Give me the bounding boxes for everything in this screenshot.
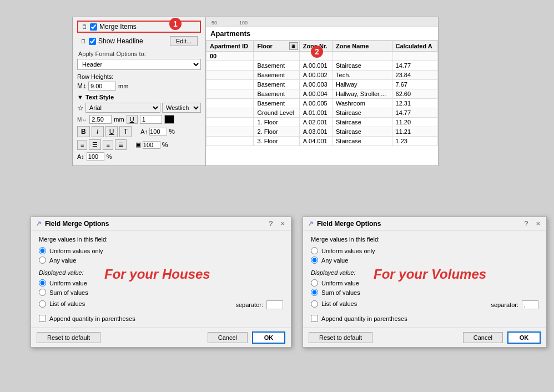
table-cell (207, 71, 254, 80)
separator-label-right: separator: (491, 301, 518, 308)
radio-uniform-only-right-label: Uniform values only (321, 248, 375, 254)
apply-dropdown[interactable]: Header (77, 59, 201, 70)
merge-items-label: Merge Items (99, 23, 137, 31)
row-heights-input[interactable] (88, 82, 116, 91)
edit-button[interactable]: Edit... (170, 36, 198, 46)
reset-button-left[interactable]: Reset to default (37, 332, 100, 343)
data-table: Apartment ID Floor ⊞ Zone Nr. Zone Name … (206, 41, 438, 146)
radio-list-right-input[interactable] (311, 300, 318, 308)
separator-row-left: separator: (235, 300, 283, 309)
table-cell: 7.67 (392, 80, 437, 89)
dialog-left-display-options: Uniform value Sum of values List of valu… (39, 279, 283, 309)
radio-any-value-left[interactable]: Any value (39, 257, 283, 264)
table-cell: 14.77 (392, 61, 437, 71)
radio-any-value-left-input[interactable] (39, 257, 46, 264)
col-floor: Floor ⊞ (254, 41, 299, 52)
append-checkbox-left[interactable] (39, 315, 46, 322)
radio-uniform-only-right-input[interactable] (311, 247, 318, 254)
dialog-left: ↗ Field Merge Options ? × Merge values i… (31, 217, 291, 348)
radio-uniform-only-right[interactable]: Uniform values only (311, 247, 538, 254)
floor-sort-icon[interactable]: ⊞ (289, 42, 298, 50)
table-cell: Basement (254, 71, 299, 80)
spin-input[interactable] (140, 115, 162, 124)
table-row: 3. FloorA.04.001Staircase1.23 (207, 137, 438, 146)
merge-items-row: 🗒 Merge Items (77, 21, 201, 33)
radio-uniform-val-right-input[interactable] (311, 279, 318, 287)
ruler-mark-50: 50 (211, 20, 217, 26)
radio-sum-left-input[interactable] (39, 289, 46, 296)
row-height-icon: Μ↕ (77, 82, 86, 90)
radio-sum-left[interactable]: Sum of values (39, 289, 283, 296)
table-cell: Staircase (333, 137, 392, 146)
table-cell: A.00.005 (299, 99, 332, 108)
dialog-left-title-left: ↗ Field Merge Options (36, 219, 109, 228)
merge-items-checkbox[interactable] (90, 23, 97, 31)
reset-button-right[interactable]: Reset to default (309, 332, 372, 343)
cancel-button-left[interactable]: Cancel (208, 332, 248, 343)
badge-2: 2 (311, 46, 323, 58)
dialog-left-close-button[interactable]: × (279, 219, 286, 228)
cancel-button-right[interactable]: Cancel (463, 332, 503, 343)
scale-row: A↕ % (77, 152, 201, 161)
radio-list-right-label: List of values (321, 300, 357, 307)
page-icon: 🗒 (82, 23, 88, 30)
scale-a-icon: A↕ (77, 153, 84, 160)
strikethrough-button[interactable]: T (119, 126, 132, 137)
radio-list-left-input[interactable] (39, 300, 46, 308)
size-row: Μ↔ mm U (77, 115, 201, 124)
dialog-left-help-button[interactable]: ? (267, 219, 274, 228)
radio-uniform-val-right-label: Uniform value (321, 280, 359, 287)
font-size-input[interactable] (89, 115, 112, 124)
table-row: BasementA.00.001Staircase14.77 (207, 61, 438, 71)
scale-v-input[interactable] (143, 141, 160, 149)
dialog-right-close-button[interactable]: × (534, 219, 542, 228)
dialog-right-title-left: ↗ Field Merge Options (308, 219, 381, 228)
radio-uniform-only-left-input[interactable] (39, 247, 46, 254)
dialog-right-title-right: ? × (522, 219, 542, 228)
table-cell: Staircase (333, 108, 392, 118)
font-row: ☆ Arial Westlich (77, 103, 201, 113)
radio-uniform-val-left-input[interactable] (39, 279, 46, 287)
encoding-select[interactable]: Westlich (162, 103, 201, 113)
underline-style-btn[interactable]: U (127, 115, 138, 124)
dialog-left-title: Field Merge Options (45, 220, 109, 228)
font-select[interactable]: Arial (85, 103, 160, 113)
star-icon: ☆ (77, 104, 84, 112)
ruler: 50 100 (206, 17, 438, 27)
radio-list-right[interactable]: List of values (311, 300, 357, 308)
separator-input-left[interactable] (266, 300, 283, 309)
table-row: Ground LevelA.01.001Staircase14.77 (207, 108, 438, 118)
scale-up-icon: A↑ (140, 128, 148, 135)
radio-any-value-right-input[interactable] (311, 257, 318, 264)
align-justify-button[interactable]: ≣ (115, 139, 127, 150)
append-checkbox-right[interactable] (311, 315, 318, 322)
dialog-left-icon: ↗ (36, 219, 42, 228)
bold-button[interactable]: B (77, 126, 90, 137)
dialog-right-title: Field Merge Options (317, 220, 381, 228)
show-headline-checkbox[interactable] (89, 38, 96, 45)
scale-h-input[interactable] (149, 128, 167, 135)
radio-uniform-only-left[interactable]: Uniform values only (39, 247, 283, 254)
radio-sum-right[interactable]: Sum of values (311, 289, 538, 296)
align-right-button[interactable]: ≡ (103, 140, 113, 150)
col-zone-name: Zone Name (333, 41, 392, 52)
separator-label-left: separator: (235, 301, 263, 308)
table-title: Apartments (210, 29, 250, 38)
dialog-right-icon: ↗ (308, 219, 314, 228)
ok-button-left[interactable]: OK (252, 331, 285, 344)
radio-sum-right-input[interactable] (311, 289, 318, 296)
table-cell: Basement (254, 99, 299, 108)
align-left-button[interactable]: ≡ (77, 140, 87, 150)
radio-list-left[interactable]: List of values (39, 300, 85, 308)
separator-input-right[interactable] (522, 300, 538, 309)
align-center-button[interactable]: ☰ (89, 139, 101, 150)
scale-a-input[interactable] (87, 152, 104, 161)
underline-button[interactable]: U (105, 126, 118, 137)
dialog-right-help-button[interactable]: ? (522, 219, 530, 228)
italic-button[interactable]: I (92, 126, 104, 137)
table-cell: A.02.001 (299, 118, 332, 127)
table-cell: Ground Level (254, 108, 299, 118)
radio-any-value-right[interactable]: Any value (311, 257, 538, 264)
ok-button-right[interactable]: OK (507, 331, 541, 344)
table-cell: Hallway, Stroller,... (333, 89, 392, 99)
